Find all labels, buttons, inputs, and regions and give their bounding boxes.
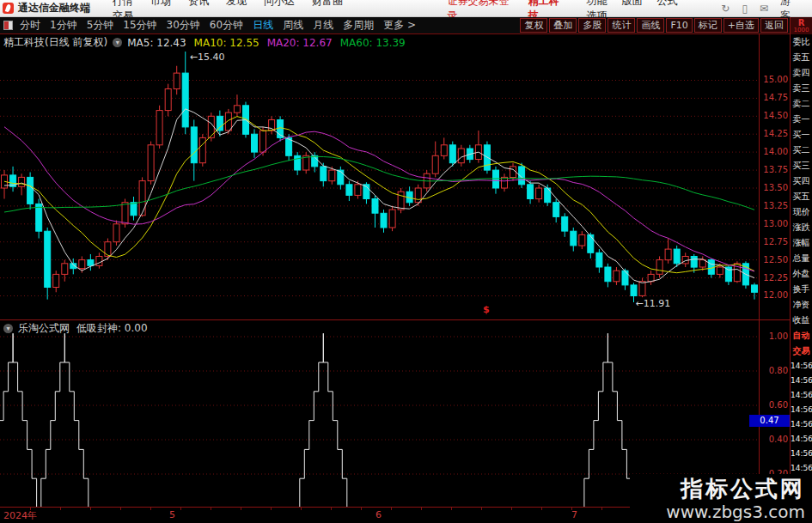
quote-row-9[interactable]: 买四 xyxy=(791,173,812,189)
quote-row-3[interactable]: 卖三 xyxy=(791,81,812,96)
chevron-down-icon[interactable]: ▾ xyxy=(3,324,13,333)
tool-button-7[interactable]: +自选 xyxy=(723,18,759,33)
quote-row-2[interactable]: 卖四 xyxy=(791,65,812,81)
indicator-cursor-value: 0.47 xyxy=(749,415,790,427)
tool-button-2[interactable]: 多股 xyxy=(578,18,606,33)
tool-button-8[interactable]: 返回 xyxy=(760,18,788,33)
indicator-axis-label-1: 0.80 xyxy=(769,366,788,375)
quote-row-6[interactable]: 买一 xyxy=(791,127,812,143)
period-tab-7[interactable]: 周线 xyxy=(283,19,303,31)
tool-button-4[interactable]: 画线 xyxy=(637,18,664,33)
fn-menu-item-1[interactable]: 版面 xyxy=(622,0,643,7)
period-tab-4[interactable]: 30分钟 xyxy=(167,19,200,31)
period-tab-3[interactable]: 15分钟 xyxy=(123,19,156,31)
tool-button-3[interactable]: 统计 xyxy=(607,18,635,33)
quote-row-10[interactable]: 买五 xyxy=(791,189,812,204)
tick-time-2: 14:56 xyxy=(791,388,812,403)
price-axis-label-0: 15.00 xyxy=(763,75,788,84)
quote-row-14[interactable]: 总量 xyxy=(791,251,812,266)
price-axis-label-5: 13.75 xyxy=(763,165,788,174)
mobile-icon[interactable]: ▯ xyxy=(742,3,748,15)
indicator-axis-label-2: 0.60 xyxy=(769,400,788,410)
chevron-down-icon[interactable]: ▾ xyxy=(113,38,122,47)
tool-button-6[interactable]: 标记 xyxy=(694,18,722,33)
price-axis-label-8: 13.00 xyxy=(763,219,788,228)
quote-row-17[interactable]: 净资 xyxy=(791,297,812,313)
menu-item-1[interactable]: 市场 xyxy=(150,0,171,7)
candlestick-series xyxy=(2,52,758,302)
quote-row-0[interactable]: 委比 xyxy=(791,34,812,50)
fn-menu-item-0[interactable]: 功能 xyxy=(587,0,607,7)
quote-row-12[interactable]: 涨跌 xyxy=(791,220,812,235)
app-logo-icon xyxy=(3,3,14,14)
menu-item-0[interactable]: 行情 xyxy=(113,0,133,7)
price-axis-label-12: 12.00 xyxy=(763,290,788,300)
tdx-terminal-window: 通达信金融终端 行情市场资讯发现问小达财富圈交易 证券交易未登录 精工科技 功能… xyxy=(0,0,812,523)
period-tab-2[interactable]: 5分钟 xyxy=(87,19,114,31)
tick-time-1: 14:56 xyxy=(791,374,812,388)
quote-row-8[interactable]: 买三 xyxy=(791,158,812,173)
period-tab-5[interactable]: 60分钟 xyxy=(210,19,243,31)
tick-time-0: 14:56 xyxy=(791,359,812,374)
period-tab-9[interactable]: 多周期 xyxy=(343,19,374,31)
app-title: 通达信金融终端 xyxy=(18,1,90,15)
month-label-1: 6 xyxy=(375,509,382,520)
tick-time-3: 14:56 xyxy=(791,403,812,417)
layout-toggle-icon[interactable] xyxy=(3,21,13,30)
quote-side-panel[interactable]: 委比卖五卖四卖三卖二卖一买一买二买三买四买五现价涨跌涨幅总量外盘换手净资收益自动… xyxy=(791,34,812,523)
month-label-2: 7 xyxy=(571,509,577,520)
menu-item-2[interactable]: 资讯 xyxy=(188,0,209,7)
ma-label-2: MA20: 12.67 xyxy=(267,37,333,49)
price-axis-label-11: 12.25 xyxy=(763,273,788,283)
mail-icon[interactable]: ✉ xyxy=(760,3,768,15)
quote-row-5[interactable]: 卖一 xyxy=(791,112,812,127)
quote-row-11[interactable]: 现价 xyxy=(791,204,812,220)
tool-button-1[interactable]: 叠加 xyxy=(549,18,577,33)
price-axis-column: 15.0014.7514.5014.2514.0013.7513.5013.25… xyxy=(759,34,791,507)
period-tab-8[interactable]: 月线 xyxy=(313,19,333,31)
refresh-icon[interactable]: ↻ xyxy=(721,3,730,15)
watermark-url: www.zbgs3.com xyxy=(630,502,805,522)
price-axis-label-9: 12.75 xyxy=(763,237,788,246)
quote-row-16[interactable]: 换手 xyxy=(791,282,812,297)
candlestick-chart-panel[interactable]: 精工科技(日线 前复权) ▾ MA5: 12.43MA10: 12.55MA20… xyxy=(0,34,759,319)
tool-button-0[interactable]: 复权 xyxy=(520,18,547,33)
quote-row-18[interactable]: 收益 xyxy=(791,313,812,328)
more-periods-button[interactable]: 更多 > xyxy=(383,18,416,33)
chart-title: 精工科技(日线 前复权) xyxy=(3,35,107,50)
ma-label-1: MA10: 12.55 xyxy=(194,37,259,49)
tool-button-5[interactable]: F10 xyxy=(666,18,692,33)
quote-row-13[interactable]: 涨幅 xyxy=(791,235,812,251)
menu-item-5[interactable]: 财富圈 xyxy=(312,0,343,7)
dividend-event-marker[interactable]: $ xyxy=(483,304,490,315)
year-label: 2024年 xyxy=(3,509,37,522)
tick-time-5: 14:56 xyxy=(791,432,812,447)
chart-header: 精工科技(日线 前复权) ▾ MA5: 12.43MA10: 12.55MA20… xyxy=(3,36,413,49)
indicator-name-value: 低吸封神: 0.00 xyxy=(76,321,148,336)
period-tab-1[interactable]: 1分钟 xyxy=(50,19,77,31)
period-tab-0[interactable]: 分时 xyxy=(20,19,40,31)
indicator-header: ▾ 乐淘公式网 低吸封神: 0.00 xyxy=(3,321,148,336)
fn-menu-item-2[interactable]: 公式 xyxy=(657,0,678,7)
tick-time-4: 14:56 xyxy=(791,417,812,432)
chart-tool-buttons: 复权叠加多股统计画线F10标记+自选返回 xyxy=(518,18,788,33)
menu-item-3[interactable]: 发现 xyxy=(226,0,247,7)
price-axis-label-4: 14.00 xyxy=(763,147,788,156)
divider-indicator-top xyxy=(0,319,791,320)
indicator-axis-label-3: 0.40 xyxy=(769,435,788,444)
quote-row-4[interactable]: 卖二 xyxy=(791,96,812,112)
ma-label-3: MA60: 13.39 xyxy=(340,37,406,49)
period-tab-6[interactable]: 日线 xyxy=(253,19,273,31)
quote-row-7[interactable]: 买二 xyxy=(791,143,812,158)
action-row-1[interactable]: 交易 xyxy=(791,344,812,359)
quote-row-1[interactable]: 卖五 xyxy=(791,50,812,65)
r-1000-badge[interactable]: R1000 xyxy=(791,17,812,34)
high-annotation: ←15.40 xyxy=(190,52,225,63)
action-row-0[interactable]: 自动 xyxy=(791,328,812,344)
price-axis-label-10: 12.50 xyxy=(763,255,788,265)
menu-item-4[interactable]: 问小达 xyxy=(264,0,295,7)
price-axis-label-2: 14.50 xyxy=(763,111,788,120)
candlestick-svg: ←15.40←11.91 xyxy=(0,34,759,319)
indicator-source: 乐淘公式网 xyxy=(18,321,70,336)
quote-row-15[interactable]: 外盘 xyxy=(791,266,812,282)
